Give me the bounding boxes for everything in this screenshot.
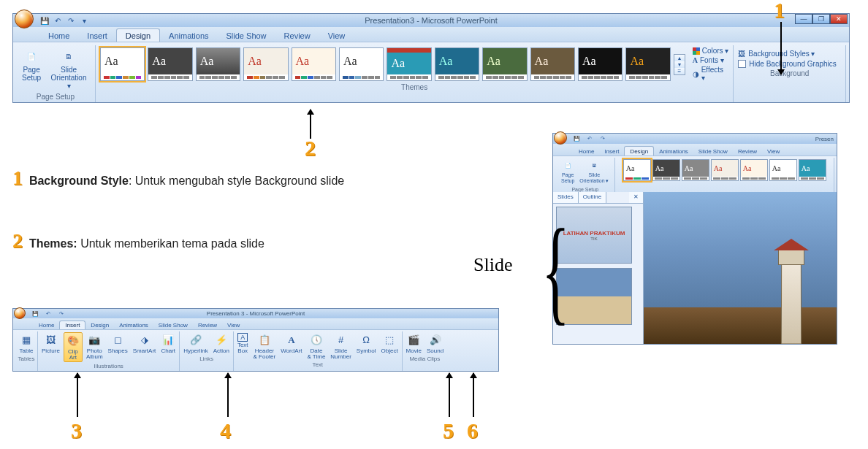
hyperlink-button[interactable]: 🔗Hyperlink — [182, 332, 209, 355]
ins-tab-review[interactable]: Review — [193, 321, 222, 329]
tab-design[interactable]: Design — [116, 28, 160, 42]
action-button[interactable]: ⚡Action — [212, 332, 231, 355]
ins-tab-home[interactable]: Home — [34, 321, 59, 329]
background-styles-button[interactable]: 🖼Background Styles ▾ — [738, 50, 815, 58]
mini-tab-review[interactable]: Review — [733, 147, 762, 156]
mini-tab-home[interactable]: Home — [574, 147, 599, 156]
theme-thumb-1[interactable]: Aa — [100, 47, 145, 81]
ribbon-tabs: Home Insert Design Animations Slide Show… — [13, 27, 849, 42]
mini-save-icon[interactable]: 💾 — [571, 134, 582, 144]
slidenumber-button[interactable]: #Slide Number — [329, 332, 352, 361]
office-orb[interactable] — [15, 9, 34, 28]
mini-orientation-button[interactable]: 🗎Slide Orientation ▾ — [578, 159, 610, 185]
tab-view[interactable]: View — [319, 29, 354, 42]
movie-button[interactable]: 🎬Movie — [405, 332, 423, 355]
theme-thumb-2[interactable]: Aa — [148, 47, 192, 81]
redo-icon[interactable]: ↷ — [66, 15, 76, 26]
mini-theme-1[interactable]: Aa — [623, 159, 651, 181]
ins-tab-view[interactable]: View — [222, 321, 245, 329]
group-label-themes: Themes — [100, 82, 728, 93]
theme-fonts-button[interactable]: AFonts ▾ — [693, 56, 729, 64]
theme-thumb-3[interactable]: Aa — [196, 47, 240, 81]
photo-album-button[interactable]: 📷Photo Album — [85, 332, 104, 362]
theme-thumb-9[interactable]: Aa — [482, 47, 527, 81]
mini-theme-2[interactable]: Aa — [652, 159, 680, 181]
theme-thumb-5[interactable]: Aa — [292, 47, 336, 81]
slides-tab[interactable]: Slides — [553, 192, 579, 203]
table-button[interactable]: ▦Table — [18, 332, 35, 355]
ins-tab-insert[interactable]: Insert — [59, 321, 85, 329]
minimize-button[interactable]: — — [795, 14, 812, 24]
insert-save-icon[interactable]: 💾 — [30, 309, 40, 319]
insert-orb[interactable] — [14, 307, 26, 319]
picture-button[interactable]: 🖼Picture — [40, 332, 61, 362]
mini-theme-5[interactable]: Aa — [740, 159, 768, 181]
tab-review[interactable]: Review — [275, 29, 319, 42]
qat-dropdown-icon[interactable]: ▾ — [79, 15, 89, 26]
insert-redo-icon[interactable]: ↷ — [56, 309, 66, 319]
mini-tab-insert[interactable]: Insert — [599, 147, 624, 156]
theme-thumb-6[interactable]: Aa — [339, 47, 384, 81]
tab-home[interactable]: Home — [39, 29, 78, 42]
mini-tab-animations[interactable]: Animations — [654, 147, 693, 156]
object-button[interactable]: ⬚Object — [379, 332, 399, 361]
theme-colors-button[interactable]: Colors ▾ — [693, 47, 729, 55]
theme-thumb-10[interactable]: Aa — [530, 47, 575, 81]
save-icon[interactable]: 💾 — [39, 15, 50, 26]
theme-thumb-8[interactable]: Aa — [435, 47, 479, 81]
wordart-button[interactable]: AWordArt — [279, 332, 303, 361]
page-setup-button[interactable]: 📄 Page Setup — [20, 47, 42, 91]
clipart-button[interactable]: 🎨Clip Art — [64, 332, 83, 362]
mini-tab-slideshow[interactable]: Slide Show — [693, 147, 733, 156]
mini-undo-icon[interactable]: ↶ — [585, 134, 595, 144]
mini-theme-6[interactable]: Aa — [769, 159, 797, 181]
chart-button[interactable]: 📊Chart — [159, 332, 177, 362]
ins-tab-design[interactable]: Design — [85, 321, 114, 329]
smartart-button[interactable]: ⬗SmartArt — [132, 332, 158, 362]
textbox-button[interactable]: AText Box — [236, 332, 250, 361]
insert-undo-icon[interactable]: ↶ — [43, 309, 53, 319]
slide-orientation-button[interactable]: 🗎 Slide Orientation ▾ — [47, 47, 91, 91]
mini-theme-3[interactable]: Aa — [682, 159, 709, 181]
mini-theme-7[interactable]: Aa — [799, 159, 826, 181]
mini-tab-design[interactable]: Design — [624, 146, 654, 156]
ins-tab-slideshow[interactable]: Slide Show — [153, 321, 193, 329]
mini-theme-4[interactable]: Aa — [711, 159, 739, 181]
tab-insert[interactable]: Insert — [78, 29, 116, 42]
hide-bg-graphics-checkbox[interactable]: Hide Background Graphics — [738, 60, 837, 68]
shapes-button[interactable]: ◻Shapes — [107, 332, 129, 362]
theme-scroll-down[interactable]: ▾ — [674, 61, 685, 68]
tab-slideshow[interactable]: Slide Show — [218, 29, 275, 42]
theme-thumb-11[interactable]: Aa — [578, 47, 623, 81]
close-pane-icon[interactable]: ✕ — [629, 192, 643, 203]
group-label-text: Text — [236, 361, 400, 369]
slide-editor-pane[interactable] — [644, 192, 837, 344]
datetime-button[interactable]: 🕔Date & Time — [305, 332, 327, 361]
theme-thumb-12[interactable]: Aa — [625, 47, 670, 81]
mini-orientation-label: Slide Orientation ▾ — [579, 172, 609, 184]
page-setup-icon: 📄 — [23, 48, 40, 64]
arrow-5 — [449, 373, 450, 417]
mini-tab-view[interactable]: View — [762, 147, 785, 156]
slidenum-label: Slide Number — [330, 348, 351, 360]
theme-thumb-4[interactable]: Aa — [243, 47, 288, 81]
ins-tab-animations[interactable]: Animations — [114, 321, 153, 329]
sound-button[interactable]: 🔊Sound — [425, 332, 445, 355]
mini-page-setup-button[interactable]: 📄Page Setup — [560, 159, 576, 185]
tab-animations[interactable]: Animations — [160, 29, 217, 42]
symbol-button[interactable]: ΩSymbol — [355, 332, 378, 361]
mini-redo-icon[interactable]: ↷ — [598, 134, 608, 144]
outline-tab[interactable]: Outline — [579, 192, 606, 203]
theme-scroll-up[interactable]: ▴ — [674, 55, 685, 61]
object-icon: ⬚ — [382, 333, 397, 348]
close-button[interactable]: ✕ — [830, 14, 848, 24]
maximize-button[interactable]: ❐ — [812, 14, 830, 24]
headerfooter-button[interactable]: 📋Header & Footer — [252, 332, 278, 361]
theme-gallery-expand[interactable]: ≡ — [674, 68, 685, 74]
mini-office-orb[interactable] — [554, 131, 567, 145]
theme-effects-button[interactable]: ◑Effects ▾ — [693, 66, 729, 82]
undo-icon[interactable]: ↶ — [53, 15, 63, 26]
group-label-illus: Illustrations — [40, 362, 177, 371]
theme-thumb-7[interactable]: Aa — [387, 47, 431, 81]
checkbox-icon — [738, 60, 746, 68]
